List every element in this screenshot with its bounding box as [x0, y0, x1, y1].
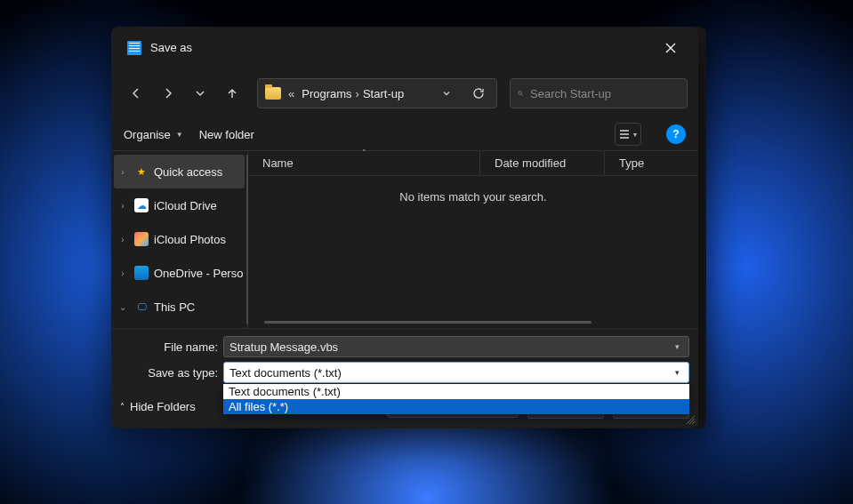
- savetype-option-txt[interactable]: Text documents (*.txt): [223, 384, 689, 399]
- column-headers: ˄ Name Date modified Type: [248, 151, 698, 176]
- photos-icon: [134, 232, 149, 246]
- toolbar: Organise ▼ New folder ▼ ?: [111, 118, 698, 150]
- sidebar-item-label: iCloud Photos: [154, 233, 226, 246]
- chevron-right-icon: ›: [352, 87, 363, 100]
- recent-locations-button[interactable]: [186, 79, 214, 108]
- filename-input[interactable]: [229, 340, 671, 354]
- sidebar-item-icloud-drive[interactable]: › ☁ iCloud Drive: [111, 188, 247, 222]
- arrow-right-icon: [162, 87, 174, 100]
- savetype-dropdown-list[interactable]: Text documents (*.txt) All files (*.*): [223, 384, 689, 414]
- sidebar-item-label: iCloud Drive: [154, 199, 217, 212]
- new-folder-button[interactable]: New folder: [199, 128, 254, 141]
- arrow-up-icon: [226, 87, 238, 100]
- breadcrumb-startup[interactable]: Start-up: [363, 87, 404, 100]
- dropdown-triangle-icon: ▼: [632, 132, 639, 138]
- address-bar[interactable]: « Programs › Start-up: [257, 78, 497, 108]
- onedrive-icon: [134, 266, 149, 280]
- savetype-value: Text documents (*.txt): [229, 366, 671, 380]
- cloud-icon: ☁: [134, 198, 149, 212]
- address-dropdown-button[interactable]: [436, 89, 457, 98]
- dropdown-triangle-icon: ▼: [176, 131, 183, 139]
- sidebar-item-label: This PC: [154, 300, 195, 314]
- chevron-right-icon[interactable]: ›: [117, 201, 129, 211]
- hide-folders-button[interactable]: ˄ Hide Folders: [120, 400, 196, 413]
- breadcrumb-programs[interactable]: Programs: [302, 87, 351, 100]
- filename-combobox[interactable]: ▾: [223, 336, 689, 357]
- breadcrumbs: Programs › Start-up: [302, 87, 404, 100]
- close-icon: [665, 43, 676, 53]
- save-as-dialog: Save as « Programs › Start-up: [111, 27, 698, 428]
- chevron-up-icon: ˄: [120, 402, 125, 412]
- search-box[interactable]: [510, 78, 688, 108]
- list-view-icon: [618, 129, 631, 140]
- back-button[interactable]: [122, 79, 150, 108]
- up-button[interactable]: [218, 79, 246, 108]
- sidebar-item-quick-access[interactable]: › ★ Quick access: [114, 155, 245, 188]
- window-title: Save as: [150, 41, 192, 54]
- sidebar-item-label: Quick access: [154, 165, 222, 179]
- file-list-area: ˄ Name Date modified Type No items match…: [248, 151, 698, 328]
- arrow-left-icon: [130, 87, 142, 100]
- chevron-down-icon: [194, 87, 206, 100]
- star-icon: ★: [134, 164, 149, 179]
- refresh-button[interactable]: [464, 79, 493, 108]
- chevron-right-icon[interactable]: ›: [117, 235, 129, 244]
- chevron-right-icon[interactable]: ›: [117, 167, 129, 177]
- notepad-icon: [127, 41, 141, 55]
- sidebar-item-icloud-photos[interactable]: › iCloud Photos: [111, 222, 247, 256]
- chevron-down-icon[interactable]: ▾: [671, 342, 683, 351]
- close-button[interactable]: [650, 35, 691, 61]
- search-icon: [518, 87, 523, 100]
- view-options-button[interactable]: ▼: [615, 123, 641, 146]
- navigation-row: « Programs › Start-up: [111, 68, 698, 118]
- folder-icon: [265, 87, 281, 100]
- horizontal-scrollbar[interactable]: [264, 321, 591, 324]
- svg-point-0: [519, 92, 522, 95]
- sidebar-item-onedrive[interactable]: › OneDrive - Perso: [111, 256, 247, 290]
- organise-menu[interactable]: Organise ▼: [124, 128, 183, 141]
- column-header-date[interactable]: Date modified: [479, 151, 604, 175]
- column-header-type[interactable]: Type: [604, 151, 698, 175]
- savetype-option-allfiles[interactable]: All files (*.*): [223, 399, 689, 414]
- help-button[interactable]: ?: [666, 124, 686, 144]
- filename-label: File name:: [120, 340, 223, 354]
- resize-grip[interactable]: [684, 413, 695, 424]
- column-header-name[interactable]: ˄ Name: [248, 151, 479, 175]
- search-input[interactable]: [530, 87, 680, 100]
- monitor-icon: 🖵: [134, 300, 149, 314]
- forward-button[interactable]: [154, 79, 182, 108]
- sidebar-item-label: OneDrive - Perso: [154, 267, 243, 280]
- savetype-combobox[interactable]: Text documents (*.txt) ▾: [223, 362, 689, 383]
- sort-ascending-icon: ˄: [362, 148, 366, 157]
- navigation-tree: › ★ Quick access › ☁ iCloud Drive › iClo…: [111, 151, 248, 328]
- titlebar: Save as: [111, 27, 698, 68]
- sidebar-item-this-pc[interactable]: ⌄ 🖵 This PC: [111, 290, 247, 324]
- bottom-panel: File name: ▾ Save as type: Text document…: [111, 328, 698, 426]
- breadcrumb-prefix: «: [285, 87, 298, 100]
- chevron-down-icon: [442, 89, 451, 98]
- chevron-right-icon[interactable]: ›: [117, 268, 129, 278]
- chevron-down-icon[interactable]: ⌄: [117, 302, 129, 312]
- empty-state-message: No items match your search.: [248, 190, 698, 204]
- chevron-down-icon[interactable]: ▾: [671, 368, 683, 377]
- savetype-label: Save as type:: [120, 366, 223, 380]
- refresh-icon: [472, 87, 485, 100]
